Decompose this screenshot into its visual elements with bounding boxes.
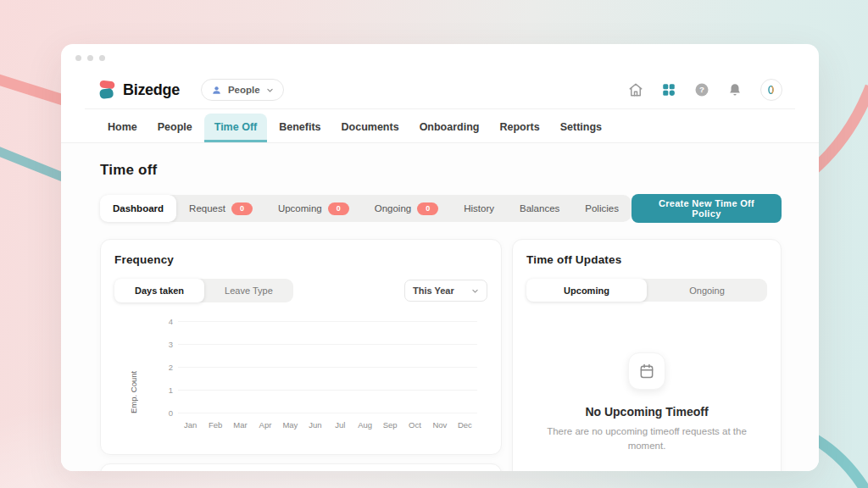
chart-gridline: 3 xyxy=(178,344,477,345)
svg-text:?: ? xyxy=(699,85,704,94)
app-window: Bizedge People xyxy=(61,44,819,471)
chevron-down-icon xyxy=(266,86,274,94)
toggle-leave-type[interactable]: Leave Type xyxy=(204,279,293,302)
nav-item-time-off[interactable]: Time Off xyxy=(204,114,267,142)
x-tick: Jan xyxy=(178,420,203,430)
create-policy-button[interactable]: Create New Time Off Policy xyxy=(632,194,782,223)
year-filter-value: This Year xyxy=(413,286,454,296)
x-tick: May xyxy=(278,420,303,430)
chart-plot-area: 4 3 2 1 0 xyxy=(178,321,477,413)
x-tick: Oct xyxy=(403,420,427,430)
subtab-ongoing[interactable]: Ongoing 0 xyxy=(362,195,451,222)
x-tick: Apr xyxy=(253,420,277,430)
y-tick: 3 xyxy=(159,340,173,349)
year-filter-select[interactable]: This Year xyxy=(404,280,487,302)
x-tick: Dec xyxy=(453,420,477,430)
frequency-card-title: Frequency xyxy=(114,253,487,266)
chart-gridline: 2 xyxy=(178,367,477,368)
x-tick: Jul xyxy=(328,420,353,430)
chart-gridline: 1 xyxy=(178,390,477,391)
subtab-label: Dashboard xyxy=(113,203,164,214)
nav-item-reports[interactable]: Reports xyxy=(489,114,549,142)
y-tick: 2 xyxy=(159,363,173,372)
left-column: Frequency Days taken Leave Type This Yea… xyxy=(100,239,502,471)
workspace-selector[interactable]: People xyxy=(201,79,284,101)
subtab-label: Request xyxy=(189,203,225,214)
nav-item-people[interactable]: People xyxy=(147,114,203,142)
chart-y-axis-label: Emp. Count xyxy=(129,321,138,413)
window-dot[interactable] xyxy=(75,55,81,61)
request-count-badge: 0 xyxy=(231,202,253,215)
chevron-down-icon xyxy=(471,287,479,295)
apps-grid-icon[interactable] xyxy=(661,82,676,97)
x-tick: Aug xyxy=(353,420,377,430)
subtab-label: Upcoming xyxy=(278,203,322,214)
subtab-dashboard[interactable]: Dashboard xyxy=(100,195,176,222)
nav-item-onboarding[interactable]: Onboarding xyxy=(409,114,490,142)
app-header: Bizedge People xyxy=(61,71,819,108)
x-tick: Sep xyxy=(377,420,402,430)
help-icon[interactable]: ? xyxy=(694,82,709,97)
timeoff-subtabs: Dashboard Request 0 Upcoming 0 Ongoing 0… xyxy=(100,195,632,222)
nav-item-documents[interactable]: Documents xyxy=(331,114,409,142)
nav-item-settings[interactable]: Settings xyxy=(550,114,612,142)
y-tick: 1 xyxy=(159,385,173,395)
upcoming-count-badge: 0 xyxy=(328,202,349,215)
subtab-request[interactable]: Request 0 xyxy=(176,195,265,222)
bizedge-logo[interactable]: Bizedge xyxy=(97,80,180,101)
empty-state-title: No Upcoming Timeoff xyxy=(526,405,767,419)
chart-gridline: 4 xyxy=(178,321,477,322)
subtab-policies[interactable]: Policies xyxy=(572,195,632,222)
timeoff-updates-card: Time off Updates Upcoming Ongoing No Upc… xyxy=(512,239,782,471)
toggle-days-taken[interactable]: Days taken xyxy=(114,279,204,302)
main-nav: Home People Time Off Benefits Documents … xyxy=(61,109,819,143)
page-content: Time off Dashboard Request 0 Upcoming 0 … xyxy=(61,143,819,471)
frequency-toggle: Days taken Leave Type xyxy=(114,279,293,302)
window-titlebar xyxy=(61,44,819,71)
frequency-card: Frequency Days taken Leave Type This Yea… xyxy=(100,239,502,455)
subtab-upcoming[interactable]: Upcoming 0 xyxy=(265,195,362,222)
toggle-ongoing[interactable]: Ongoing xyxy=(647,279,767,302)
calendar-icon xyxy=(638,363,655,380)
nav-item-benefits[interactable]: Benefits xyxy=(269,114,331,142)
profile-avatar[interactable] xyxy=(760,79,782,101)
x-tick: Jun xyxy=(303,420,327,430)
page-title: Time off xyxy=(100,162,782,179)
bizedge-logo-icon xyxy=(97,80,117,101)
workspace-selector-label: People xyxy=(228,85,260,95)
subtab-label: Balances xyxy=(520,203,559,214)
empty-state-description: There are no upcoming timeoff requests a… xyxy=(536,424,758,454)
subtab-history[interactable]: History xyxy=(451,195,507,222)
next-card-peek xyxy=(100,463,502,471)
chart-x-axis-labels: Jan Feb Mar Apr May Jun Jul Aug Sep Oct … xyxy=(178,420,477,430)
x-tick: Feb xyxy=(203,420,227,430)
updates-toggle: Upcoming Ongoing xyxy=(526,279,767,302)
updates-empty-state: No Upcoming Timeoff There are no upcomin… xyxy=(526,352,767,454)
updates-card-title: Time off Updates xyxy=(526,253,767,266)
subtab-label: Policies xyxy=(585,203,619,214)
window-dot[interactable] xyxy=(99,55,105,61)
subtab-balances[interactable]: Balances xyxy=(507,195,572,222)
x-tick: Mar xyxy=(228,420,253,430)
subtab-label: History xyxy=(464,203,494,214)
window-dot[interactable] xyxy=(87,55,93,61)
ongoing-count-badge: 0 xyxy=(417,202,438,215)
home-icon[interactable] xyxy=(628,82,643,97)
x-tick: Nov xyxy=(427,420,452,430)
subtab-label: Ongoing xyxy=(375,203,411,214)
logo-wordmark: Bizedge xyxy=(123,81,180,99)
person-icon xyxy=(211,85,222,96)
y-tick: 0 xyxy=(159,408,173,418)
y-tick: 4 xyxy=(159,317,173,326)
nav-item-home[interactable]: Home xyxy=(97,114,147,142)
calendar-icon-box xyxy=(628,352,665,390)
frequency-chart: Emp. Count 4 3 2 1 0 Jan Feb Mar Ap xyxy=(114,321,487,430)
chart-gridline: 0 xyxy=(178,413,477,413)
notifications-bell-icon[interactable] xyxy=(727,82,743,97)
toggle-upcoming[interactable]: Upcoming xyxy=(526,279,647,302)
